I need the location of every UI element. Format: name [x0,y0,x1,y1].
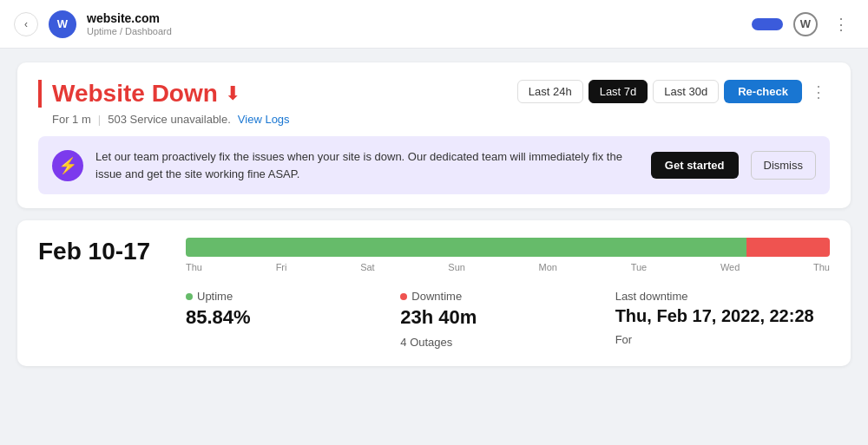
promo-banner: ⚡ Let our team proactively fix the issue… [38,136,830,194]
stats-row: Uptime 85.84% Downtime 23h 40m 4 Outages… [38,290,830,349]
divider: | [98,113,101,126]
status-title: Website Down [52,80,218,108]
last-24h-button[interactable]: Last 24h [517,80,583,103]
down-arrow-icon: ⬇ [225,82,240,105]
day-label-sun: Sun [448,262,465,272]
chart-card: Feb 10-17 Thu Fri Sat Sun Mon Tue Wed Th… [17,220,851,366]
topbar-left: ‹ W website.com Uptime / Dashboard [14,10,172,38]
day-label-thu1: Thu [186,262,202,272]
back-button[interactable]: ‹ [14,12,38,36]
day-label-mon: Mon [539,262,557,272]
outages-label: 4 Outages [400,336,615,349]
site-info: website.com Uptime / Dashboard [87,11,172,36]
downtime-value: 23h 40m [400,306,615,329]
day-label-tue: Tue [631,262,648,272]
status-subtitle: For 1 m | 503 Service unavailable. View … [38,113,290,126]
main-content: Website Down ⬇ For 1 m | 503 Service una… [0,49,868,380]
status-card: Website Down ⬇ For 1 m | 503 Service una… [17,62,851,208]
status-left: Website Down ⬇ For 1 m | 503 Service una… [38,80,290,126]
day-label-sat: Sat [360,262,375,272]
uptime-label: Uptime [186,290,400,303]
get-started-button[interactable]: Get started [651,152,739,179]
dismiss-button[interactable]: Dismiss [751,151,817,180]
recheck-button[interactable]: Re-check [724,80,802,103]
date-range: Feb 10-17 [38,238,160,265]
last-downtime-label: Last downtime [615,290,830,303]
day-label-wed: Wed [720,262,740,272]
uptime-dot [186,293,193,300]
downtime-label: Downtime [400,290,615,303]
topbar-pill [752,18,783,30]
uptime-bar-green [186,238,746,257]
time-controls: Last 24h Last 7d Last 30d Re-check ⋮ [517,80,830,103]
last-downtime-value: Thu, Feb 17, 2022, 22:28 [615,306,830,326]
site-avatar: W [49,10,76,38]
topbar-more-button[interactable]: ⋮ [828,13,854,36]
promo-text: Let our team proactively fix the issues … [95,148,639,182]
last-7d-button[interactable]: Last 7d [589,80,648,103]
error-code: 503 Service unavailable. [108,113,231,126]
for-label: For [615,333,830,346]
last-30d-button[interactable]: Last 30d [653,80,719,103]
uptime-bar-red [746,238,830,257]
day-label-fri: Fri [276,262,287,272]
view-logs-link[interactable]: View Logs [238,113,290,126]
duration-label: For 1 m [52,113,91,126]
wordpress-icon[interactable]: W [793,12,818,36]
uptime-stat: Uptime 85.84% [186,290,400,349]
day-labels: Thu Fri Sat Sun Mon Tue Wed Thu [186,262,830,272]
breadcrumb: Uptime / Dashboard [87,26,172,36]
topbar-right: W ⋮ [752,12,854,36]
card-more-button[interactable]: ⋮ [807,82,830,101]
downtime-dot [400,293,407,300]
chart-header: Feb 10-17 Thu Fri Sat Sun Mon Tue Wed Th… [38,238,830,272]
uptime-value: 85.84% [186,306,400,329]
uptime-bar [186,238,830,257]
back-icon: ‹ [24,18,28,30]
chart-area: Thu Fri Sat Sun Mon Tue Wed Thu [186,238,830,272]
status-title-row: Website Down ⬇ [38,80,290,108]
last-downtime-stat: Last downtime Thu, Feb 17, 2022, 22:28 F… [615,290,830,349]
site-name: website.com [87,11,172,26]
status-header: Website Down ⬇ For 1 m | 503 Service una… [38,80,830,126]
day-label-thu2: Thu [813,262,830,272]
topbar: ‹ W website.com Uptime / Dashboard W ⋮ [0,0,868,49]
downtime-stat: Downtime 23h 40m 4 Outages [400,290,615,349]
promo-icon: ⚡ [52,150,83,181]
